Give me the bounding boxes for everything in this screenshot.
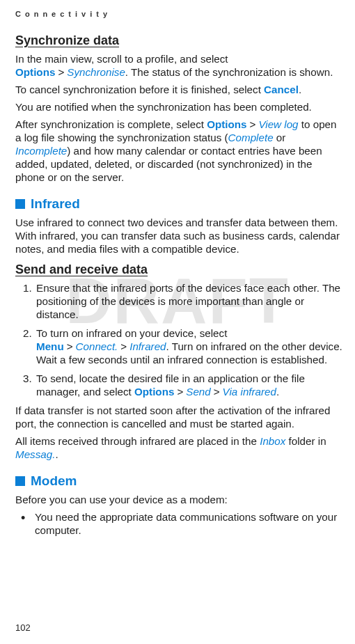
paragraph: All items received through infrared are … (15, 434, 342, 461)
ui-term-connect: Connect. (76, 340, 118, 352)
list-item: To turn on infrared on your device, sele… (35, 327, 342, 366)
running-header: Connectivity (15, 10, 342, 18)
ui-term-incomplete: Incomplete (15, 145, 67, 157)
paragraph: In the main view, scroll to a profile, a… (15, 52, 342, 79)
ui-term-inbox: Inbox (260, 435, 285, 447)
ui-term-options: Options (207, 118, 246, 130)
list-item: Ensure that the infrared ports of the de… (35, 281, 342, 321)
ui-term-send: Send (186, 386, 210, 398)
ui-term-messag: Messag. (15, 448, 55, 460)
paragraph: After synchronization is complete, selec… (15, 118, 342, 184)
ui-term-view-log: View log (258, 118, 298, 130)
square-icon (15, 199, 25, 209)
paragraph: Use infrared to connect two devices and … (15, 216, 342, 256)
paragraph: To cancel synchronization before it is f… (15, 83, 342, 96)
ui-term-synchronise: Synchronise (67, 66, 125, 78)
ui-term-menu: Menu (36, 340, 64, 352)
ui-term-infrared: Infrared (129, 340, 166, 352)
ordered-list: Ensure that the infrared ports of the de… (15, 281, 342, 398)
heading-synchronize-data: Synchronize data (15, 33, 342, 48)
square-icon (15, 476, 25, 486)
ui-term-options: Options (15, 66, 55, 78)
heading-send-receive: Send and receive data (15, 262, 342, 277)
list-item: You need the appropriate data communicat… (31, 510, 342, 537)
page-number: 102 (15, 622, 31, 633)
paragraph: If data transfer is not started soon aft… (15, 404, 342, 430)
heading-infrared: Infrared (15, 196, 342, 212)
ui-term-via-infrared: Via infrared (223, 386, 276, 398)
list-item: To send, locate the desired file in an a… (35, 372, 342, 398)
ui-term-complete: Complete (228, 132, 274, 143)
paragraph: Before you can use your device as a mode… (15, 493, 342, 506)
heading-modem: Modem (15, 473, 342, 489)
ui-term-options: Options (134, 386, 174, 398)
ui-term-cancel: Cancel (264, 84, 299, 95)
bullet-list: You need the appropriate data communicat… (15, 510, 342, 537)
paragraph: You are notified when the synchronizatio… (15, 100, 342, 113)
